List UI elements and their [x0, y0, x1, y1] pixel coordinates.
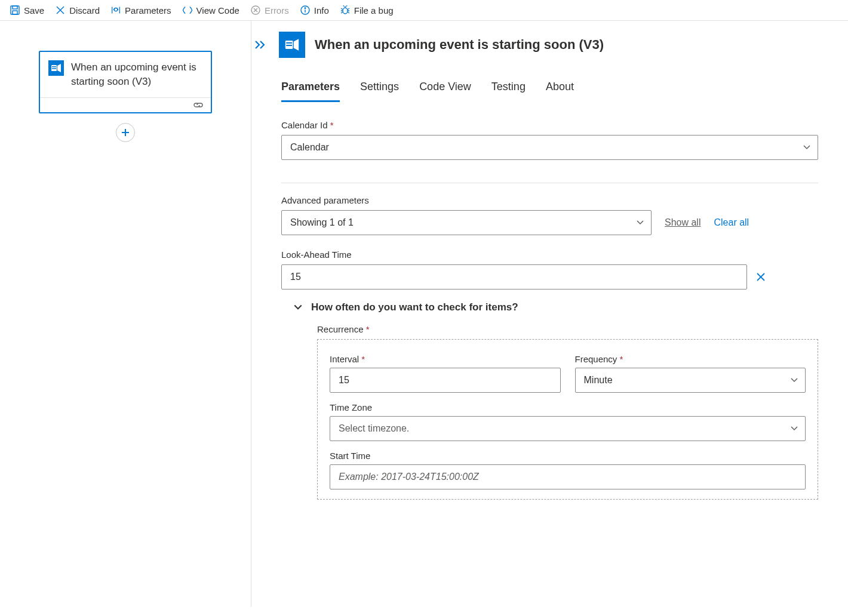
trigger-card-title: When an upcoming event is starting soon …	[71, 60, 202, 89]
connection-icon[interactable]	[193, 101, 204, 109]
recurrence-box: Interval Frequency Time Zo	[317, 339, 818, 500]
add-step-button[interactable]	[116, 123, 135, 142]
advanced-params-row: Show all Clear all	[281, 210, 818, 235]
interval-label: Interval	[330, 354, 561, 364]
calendar-id-value[interactable]	[281, 135, 818, 160]
save-button[interactable]: Save	[10, 5, 44, 16]
errors-button: Errors	[250, 5, 289, 16]
file-bug-label: File a bug	[354, 5, 394, 16]
trigger-card-footer	[40, 97, 211, 112]
code-icon	[182, 5, 193, 16]
starttime-label: Start Time	[330, 451, 806, 461]
view-code-button[interactable]: View Code	[182, 5, 239, 16]
frequency-select[interactable]	[575, 368, 806, 393]
timezone-select[interactable]	[330, 416, 806, 441]
parameters-button[interactable]: Parameters	[110, 5, 171, 16]
chevron-down-icon	[293, 304, 303, 311]
panel-header: When an upcoming event is starting soon …	[251, 32, 848, 76]
details-panel: When an upcoming event is starting soon …	[251, 21, 848, 607]
discard-label: Discard	[69, 5, 100, 16]
file-bug-button[interactable]: File a bug	[340, 5, 394, 16]
parameters-label: Parameters	[125, 5, 171, 16]
svg-rect-15	[52, 68, 56, 69]
frequency-label: Frequency	[575, 354, 806, 364]
errors-icon	[250, 5, 261, 16]
timezone-label: Time Zone	[330, 402, 806, 412]
toolbar: Save Discard Parameters View Code Errors…	[0, 0, 848, 21]
designer-canvas: When an upcoming event is starting soon …	[0, 21, 251, 607]
parameters-form: Calendar Id Advanced parameters Show all…	[251, 102, 848, 500]
tab-about[interactable]: About	[546, 76, 574, 102]
close-icon	[55, 5, 66, 16]
starttime-input[interactable]	[330, 464, 806, 489]
panel-title: When an upcoming event is starting soon …	[315, 37, 604, 53]
show-all-link[interactable]: Show all	[665, 217, 700, 228]
panel-tabs: Parameters Settings Code View Testing Ab…	[251, 76, 848, 102]
svg-point-11	[305, 8, 306, 9]
info-label: Info	[314, 5, 329, 16]
svg-rect-20	[286, 45, 292, 46]
interval-input[interactable]	[330, 368, 561, 393]
svg-rect-2	[13, 11, 17, 14]
starttime-field-group: Start Time	[330, 451, 806, 489]
panel-connector-icon	[279, 32, 305, 58]
clear-all-link[interactable]: Clear all	[714, 217, 749, 228]
bug-icon	[340, 5, 351, 16]
svg-rect-0	[11, 6, 19, 14]
parameters-icon	[110, 5, 121, 16]
recurrence-row-1: Interval Frequency	[330, 354, 806, 393]
errors-label: Errors	[265, 5, 289, 16]
lookahead-label: Look-Ahead Time	[281, 250, 818, 260]
main-area: When an upcoming event is starting soon …	[0, 21, 848, 607]
check-frequency-header[interactable]: How often do you want to check for items…	[281, 289, 818, 319]
advanced-params-select[interactable]	[281, 210, 652, 235]
discard-button[interactable]: Discard	[55, 5, 100, 16]
section-divider	[281, 183, 818, 183]
tab-settings[interactable]: Settings	[360, 76, 399, 102]
calendar-id-select[interactable]	[281, 135, 818, 160]
save-icon	[10, 5, 20, 16]
clear-lookahead-button[interactable]	[755, 272, 766, 282]
svg-rect-1	[13, 6, 17, 9]
svg-rect-14	[52, 66, 56, 67]
svg-point-12	[343, 8, 348, 14]
calendar-id-label: Calendar Id	[281, 120, 818, 130]
interval-field-group: Interval	[330, 354, 561, 393]
save-label: Save	[24, 5, 44, 16]
advanced-params-label: Advanced parameters	[281, 195, 818, 205]
check-frequency-title: How often do you want to check for items…	[311, 301, 518, 313]
lookahead-input[interactable]	[281, 264, 747, 289]
svg-rect-19	[286, 42, 292, 44]
trigger-card[interactable]: When an upcoming event is starting soon …	[39, 51, 212, 113]
tab-parameters[interactable]: Parameters	[281, 76, 340, 102]
timezone-input[interactable]	[330, 416, 806, 441]
view-code-label: View Code	[196, 5, 239, 16]
collapse-panel-button[interactable]	[251, 37, 269, 53]
outlook-connector-icon	[48, 60, 64, 76]
timezone-field-group: Time Zone	[330, 402, 806, 441]
frequency-value[interactable]	[575, 368, 806, 393]
recurrence-label: Recurrence	[317, 324, 818, 334]
lookahead-row	[281, 264, 818, 289]
info-icon	[300, 5, 311, 16]
trigger-card-body: When an upcoming event is starting soon …	[40, 52, 211, 97]
tab-testing[interactable]: Testing	[491, 76, 526, 102]
info-button[interactable]: Info	[300, 5, 329, 16]
advanced-params-value[interactable]	[281, 210, 652, 235]
tab-code-view[interactable]: Code View	[419, 76, 471, 102]
lookahead-field-group: Look-Ahead Time	[281, 250, 818, 289]
frequency-field-group: Frequency	[575, 354, 806, 393]
